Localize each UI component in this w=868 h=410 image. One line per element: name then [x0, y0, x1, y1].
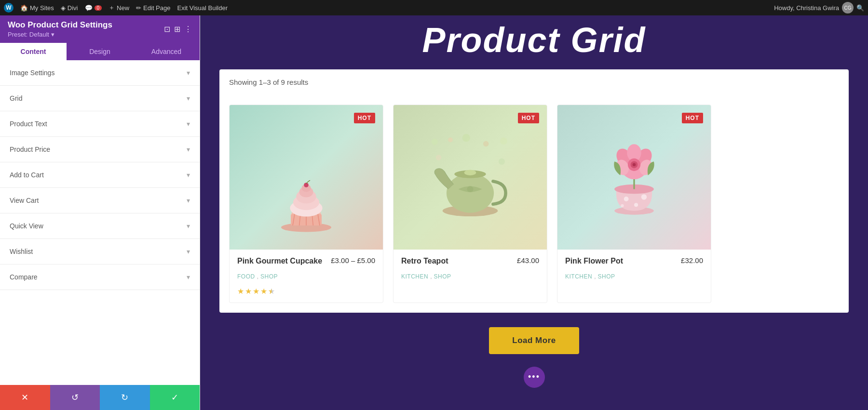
flower-illustration [557, 105, 711, 250]
product-card-teapot: HOT Retro Teapot £43.00 KITCHEN , SHOP [393, 105, 547, 303]
section-view-cart[interactable]: View Cart ▾ [0, 188, 200, 213]
product-image-teapot[interactable]: HOT [393, 105, 547, 250]
section-compare[interactable]: Compare ▾ [0, 265, 200, 290]
pencil-icon: ✏ [136, 4, 141, 12]
category-shop-teapot[interactable]: SHOP [434, 273, 451, 280]
page-heading: Product Grid [200, 15, 868, 69]
section-label-product-text: Product Text [10, 120, 47, 128]
sidebar-footer: ✕ ↺ ↻ ✓ [0, 385, 200, 410]
chevron-icon-quick-view: ▾ [187, 222, 190, 230]
svg-point-8 [432, 139, 438, 145]
svg-point-35 [633, 163, 636, 167]
wordpress-icon: W [4, 3, 14, 13]
results-text: Showing 1–3 of 9 results [229, 78, 308, 86]
category-kitchen-teapot[interactable]: KITCHEN [401, 273, 428, 280]
my-sites-link[interactable]: 🏠 My Sites [20, 4, 54, 12]
section-label-compare: Compare [10, 273, 38, 281]
product-price-flower-pot: £32.00 [681, 256, 703, 265]
divi-icon: ◈ [61, 4, 66, 12]
load-more-button[interactable]: Load More [489, 327, 579, 354]
cancel-button[interactable]: ✕ [0, 385, 50, 410]
results-bar: Showing 1–3 of 9 results [219, 69, 849, 95]
section-product-text[interactable]: Product Text ▾ [0, 111, 200, 137]
tab-advanced[interactable]: Advanced [133, 43, 200, 60]
svg-point-14 [499, 159, 505, 165]
section-label-image-settings: Image Settings [10, 69, 54, 77]
section-image-settings[interactable]: Image Settings ▾ [0, 60, 200, 86]
svg-point-16 [447, 173, 494, 213]
section-label-grid: Grid [10, 94, 22, 102]
product-name-cupcake: Pink Gourmet Cupcake [237, 256, 322, 266]
page-content: Product Grid Showing 1–3 of 9 results [200, 15, 868, 410]
save-button[interactable]: ✓ [150, 385, 200, 410]
star-5: ★ ★ [268, 287, 275, 296]
category-food[interactable]: FOOD [237, 273, 255, 280]
svg-point-19 [467, 186, 473, 192]
category-kitchen-flower[interactable]: KITCHEN [565, 273, 592, 280]
chevron-icon-image-settings: ▾ [187, 69, 190, 77]
admin-bar: W 🏠 My Sites ◈ Divi 💬 0 ＋ New ✏ Edit Pag… [0, 0, 868, 15]
undo-button[interactable]: ↺ [50, 385, 100, 410]
more-icon[interactable]: ⋮ [184, 25, 192, 34]
section-quick-view[interactable]: Quick View ▾ [0, 213, 200, 239]
preset-selector[interactable]: Preset: Default ▾ [8, 31, 112, 38]
section-label-product-price: Product Price [10, 145, 50, 153]
avatar: CG [842, 2, 854, 13]
save-icon[interactable]: ⊡ [164, 25, 170, 34]
load-more-section: Load More [200, 313, 868, 362]
category-shop-cupcake[interactable]: SHOP [260, 273, 278, 280]
exit-builder-link[interactable]: Exit Visual Builder [177, 4, 228, 12]
section-label-view-cart: View Cart [10, 197, 39, 204]
section-label-add-to-cart: Add to Cart [10, 171, 44, 179]
product-name-flower-pot: Pink Flower Pot [565, 256, 623, 266]
new-link[interactable]: ＋ New [108, 3, 129, 12]
redo-button[interactable]: ↻ [100, 385, 150, 410]
hot-badge-cupcake: HOT [354, 113, 375, 123]
floating-action-area: ••• [200, 362, 868, 396]
star-4: ★ [260, 287, 267, 296]
search-icon[interactable]: 🔍 [856, 4, 864, 12]
section-label-quick-view: Quick View [10, 222, 43, 230]
svg-point-22 [634, 203, 638, 207]
divi-link[interactable]: ◈ Divi [61, 4, 78, 12]
wp-logo[interactable]: W [4, 3, 14, 13]
section-product-price[interactable]: Product Price ▾ [0, 137, 200, 162]
home-icon: 🏠 [20, 4, 28, 12]
section-wishlist[interactable]: Wishlist ▾ [0, 239, 200, 265]
category-shop-flower[interactable]: SHOP [598, 273, 615, 280]
star-3: ★ [253, 287, 259, 296]
product-price-teapot: £43.00 [517, 256, 539, 265]
product-categories-teapot: KITCHEN , SHOP [393, 271, 547, 285]
chevron-icon-view-cart: ▾ [187, 197, 190, 204]
cupcake-illustration [230, 105, 383, 250]
comment-icon: 💬 [85, 4, 93, 12]
tab-content[interactable]: Content [0, 43, 67, 60]
product-categories-cupcake: FOOD , SHOP [230, 271, 383, 285]
hot-badge-teapot: HOT [518, 113, 539, 123]
star-2: ★ [245, 287, 252, 296]
tab-design[interactable]: Design [67, 43, 133, 60]
edit-page-link[interactable]: ✏ Edit Page [136, 4, 170, 12]
floating-dots-button[interactable]: ••• [524, 367, 545, 388]
product-image-cupcake[interactable]: HOT [230, 105, 383, 250]
star-1: ★ [237, 287, 244, 296]
hot-badge-flower-pot: HOT [682, 113, 703, 123]
chevron-icon-compare: ▾ [187, 273, 190, 281]
chevron-icon-wishlist: ▾ [187, 248, 190, 255]
product-grid: HOT Pink Gourmet Cupcake £3.00 – £5.00 F… [219, 95, 849, 313]
sidebar-panel: Woo Product Grid Settings Preset: Defaul… [0, 15, 200, 410]
product-name-teapot: Retro Teapot [401, 256, 448, 266]
product-info-flower-pot: Pink Flower Pot £32.00 [557, 250, 711, 271]
product-categories-flower-pot: KITCHEN , SHOP [557, 271, 711, 285]
product-info-cupcake: Pink Gourmet Cupcake £3.00 – £5.00 [230, 250, 383, 271]
user-menu[interactable]: Howdy, Christina Gwira CG 🔍 [774, 2, 864, 13]
section-add-to-cart[interactable]: Add to Cart ▾ [0, 162, 200, 188]
comments-link[interactable]: 💬 0 [85, 4, 102, 12]
product-image-flower-pot[interactable]: HOT [557, 105, 711, 250]
layout-icon[interactable]: ⊞ [174, 25, 180, 34]
svg-point-18 [464, 170, 476, 175]
section-grid[interactable]: Grid ▾ [0, 86, 200, 111]
sidebar-header: Woo Product Grid Settings Preset: Defaul… [0, 15, 200, 43]
svg-point-13 [436, 155, 441, 160]
product-stars-cupcake: ★ ★ ★ ★ ★ ★ [230, 285, 383, 303]
